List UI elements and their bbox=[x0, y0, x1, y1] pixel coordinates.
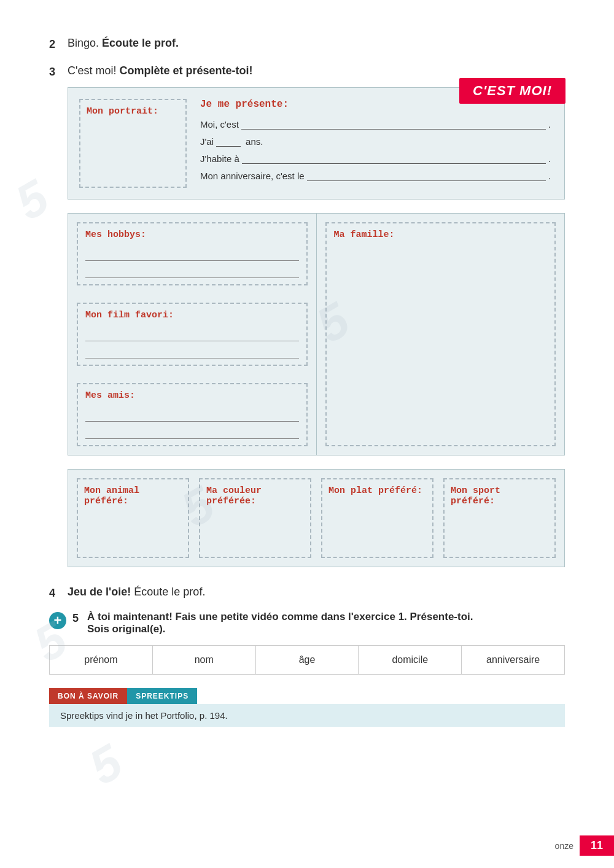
section-3-number: 3 bbox=[49, 66, 68, 79]
animal-label: Mon animal préféré: bbox=[84, 486, 182, 506]
line4-pre: Mon anniversaire, c'est le bbox=[200, 171, 305, 181]
section-2-number: 2 bbox=[49, 38, 68, 51]
section-2-title: Bingo. Écoute le prof. bbox=[68, 37, 179, 50]
amis-line1 bbox=[85, 409, 299, 422]
animal-box: Mon animal préféré: bbox=[77, 478, 189, 558]
watermark-5: 5 bbox=[80, 734, 132, 796]
line2-mid: ans. bbox=[246, 136, 263, 147]
section-3: 3 C'est moi! Complète et présente-toi! bbox=[49, 64, 565, 79]
sport-box: Mon sport préféré: bbox=[443, 478, 556, 558]
line3-underline bbox=[242, 153, 546, 164]
bon-a-savoir-bar: BON À SAVOIR SPREEKTIPS Spreektips vind … bbox=[49, 688, 565, 727]
film-label: Mon film favori: bbox=[85, 310, 299, 320]
line1-underline bbox=[241, 118, 546, 130]
hobbys-box: Mes hobbys: bbox=[77, 222, 308, 285]
line3-pre: J'habite à bbox=[200, 153, 239, 164]
watermark-1: 5 bbox=[6, 169, 58, 231]
section-3-title-plain: C'est moi! bbox=[68, 64, 119, 77]
section-4-title-plain: Écoute le prof. bbox=[134, 586, 205, 598]
line2-short-underline bbox=[216, 136, 241, 147]
word-prenom: prénom bbox=[50, 646, 153, 674]
page: 5 5 5 5 5 2 Bingo. Écoute le prof. 3 C'e… bbox=[0, 0, 614, 868]
page-number-badge: 11 bbox=[580, 835, 614, 856]
hobbys-line1 bbox=[85, 249, 299, 261]
left-col: Mes hobbys: Mon film favori: Mes amis: bbox=[68, 214, 317, 455]
couleur-label: Ma couleur préférée: bbox=[206, 486, 304, 506]
section-5-title-bold2: Sois original(e). bbox=[87, 623, 473, 635]
line-anniversaire: Mon anniversaire, c'est le . bbox=[200, 170, 551, 181]
cest-moi-inner: Mon portrait: Je me présente: Moi, c'est… bbox=[68, 88, 564, 199]
spreektips-label: SPREEKTIPS bbox=[127, 688, 197, 704]
section-5: + 5 À toi maintenant! Fais une petite vi… bbox=[49, 611, 565, 635]
line3-post: . bbox=[548, 153, 551, 164]
word-nom: nom bbox=[153, 646, 256, 674]
amis-label: Mes amis: bbox=[85, 390, 299, 401]
section-4-title: Jeu de l'oie! Écoute le prof. bbox=[68, 586, 205, 599]
section-3-title: C'est moi! Complète et présente-toi! bbox=[68, 64, 253, 77]
portrait-label: Mon portrait: bbox=[87, 106, 179, 117]
cest-moi-card: C'EST MOI! Mon portrait: Je me présente:… bbox=[68, 87, 565, 200]
word-age: âge bbox=[256, 646, 359, 674]
mon-portrait-box: Mon portrait: bbox=[79, 99, 187, 188]
section-5-title-bold: À toi maintenant! Fais une petite vidéo … bbox=[87, 611, 473, 623]
film-line2 bbox=[85, 346, 299, 358]
word-boxes: prénom nom âge domicile anniversaire bbox=[49, 645, 565, 675]
couleur-box: Ma couleur préférée: bbox=[199, 478, 311, 558]
section-5-number: 5 bbox=[72, 612, 87, 625]
section-5-title: À toi maintenant! Fais une petite vidéo … bbox=[87, 611, 473, 635]
plat-label: Mon plat préféré: bbox=[328, 486, 426, 496]
line1-pre: Moi, c'est bbox=[200, 119, 239, 130]
section-3-title-bold: Complète et présente-toi! bbox=[119, 64, 252, 77]
right-col: Ma famille: bbox=[317, 214, 565, 455]
section-2: 2 Bingo. Écoute le prof. bbox=[49, 37, 565, 51]
film-box: Mon film favori: bbox=[77, 303, 308, 366]
amis-box: Mes amis: bbox=[77, 383, 308, 446]
sport-label: Mon sport préféré: bbox=[451, 486, 548, 506]
word-anniversaire: anniversaire bbox=[462, 646, 564, 674]
line-jhabite: J'habite à . bbox=[200, 153, 551, 164]
middle-grid: Mes hobbys: Mon film favori: Mes amis: M… bbox=[68, 213, 565, 455]
line2-pre: J'ai bbox=[200, 136, 214, 147]
word-domicile: domicile bbox=[359, 646, 462, 674]
bon-label: BON À SAVOIR bbox=[49, 688, 127, 704]
cest-moi-badge: C'EST MOI! bbox=[459, 78, 565, 104]
page-footer-text: onze bbox=[555, 841, 580, 851]
bottom-grid: Mon animal préféré: Ma couleur préférée:… bbox=[68, 469, 565, 567]
bon-content: Spreektips vind je in het Portfolio, p. … bbox=[49, 704, 565, 727]
plus-icon: + bbox=[49, 612, 66, 629]
je-me-presente-section: Je me présente: Moi, c'est . J'ai ans. J… bbox=[187, 88, 564, 199]
film-line1 bbox=[85, 329, 299, 341]
page-footer: onze 11 bbox=[555, 835, 614, 856]
famille-label: Ma famille: bbox=[334, 230, 548, 240]
amis-line2 bbox=[85, 427, 299, 439]
plat-box: Mon plat préféré: bbox=[321, 478, 433, 558]
line4-underline bbox=[307, 170, 546, 181]
line-jai-ans: J'ai ans. bbox=[200, 136, 551, 147]
section-4-number: 4 bbox=[49, 587, 68, 600]
hobbys-line2 bbox=[85, 266, 299, 278]
section-2-title-bold: Écoute le prof. bbox=[102, 37, 179, 49]
bon-bar: BON À SAVOIR SPREEKTIPS bbox=[49, 688, 565, 704]
line4-post: . bbox=[548, 171, 551, 181]
line-moi-cest: Moi, c'est . bbox=[200, 118, 551, 130]
section-4: 4 Jeu de l'oie! Écoute le prof. bbox=[49, 586, 565, 600]
section-2-title-plain: Bingo. bbox=[68, 37, 102, 49]
section-4-title-bold: Jeu de l'oie! bbox=[68, 586, 134, 598]
hobbys-label: Mes hobbys: bbox=[85, 230, 299, 240]
famille-box: Ma famille: bbox=[325, 222, 556, 446]
line1-post: . bbox=[548, 119, 551, 130]
